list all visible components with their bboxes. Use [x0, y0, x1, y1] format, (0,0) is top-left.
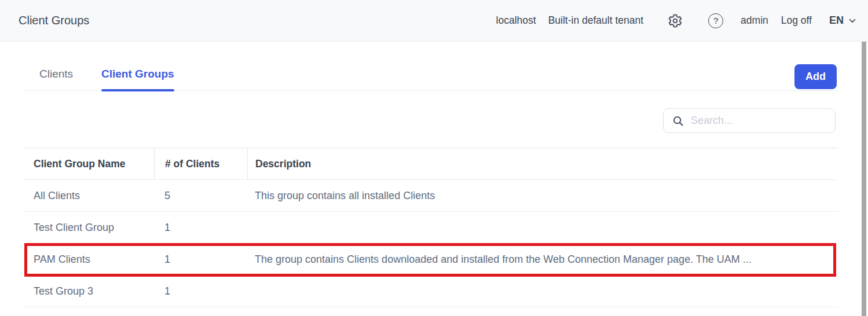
search-box[interactable]	[663, 108, 836, 133]
column-header-client-group-name: Client Group Name	[23, 148, 154, 179]
cell-client-count: 1	[154, 285, 247, 297]
add-button[interactable]: Add	[794, 64, 837, 89]
language-label: EN	[829, 14, 844, 27]
table-row-all-clients[interactable]: All Clients 5 This group contains all in…	[23, 180, 838, 212]
tab-bar: Clients Client Groups Add	[23, 64, 838, 91]
language-selector[interactable]: EN	[829, 14, 858, 27]
host-label: localhost	[496, 14, 536, 27]
user-menu[interactable]: admin	[741, 14, 768, 27]
client-groups-table: Client Group Name # of Clients Descripti…	[23, 148, 838, 307]
cell-client-count: 1	[154, 222, 247, 234]
tenant-label: Built-in default tenant	[548, 14, 643, 27]
page-title: Client Groups	[19, 14, 89, 27]
topbar: Client Groups localhost Built-in default…	[0, 0, 868, 42]
help-icon: ?	[708, 13, 723, 28]
cell-group-name: Test Group 3	[23, 285, 154, 297]
tab-client-groups-label: Client Groups	[101, 68, 174, 80]
cell-group-name: All Clients	[23, 190, 154, 202]
search-icon	[672, 115, 691, 127]
active-tab-underline	[101, 89, 174, 91]
chevron-down-icon	[844, 16, 858, 26]
cell-description: This group contains all installed Client…	[247, 190, 838, 202]
tab-clients-label: Clients	[39, 68, 73, 80]
logoff-link[interactable]: Log off	[781, 14, 812, 27]
gear-icon	[668, 13, 683, 28]
cell-client-count: 1	[154, 253, 247, 266]
scrollbar-thumb[interactable]	[862, 42, 866, 316]
cell-description: The group contains Clients downloaded an…	[247, 253, 838, 266]
table-row-test-group-3[interactable]: Test Group 3 1	[23, 275, 838, 307]
vertical-scrollbar	[859, 42, 868, 316]
help-button[interactable]: ?	[708, 13, 741, 28]
table-header-row: Client Group Name # of Clients Descripti…	[23, 148, 838, 180]
cell-group-name: Test Client Group	[23, 222, 154, 234]
cell-client-count: 5	[154, 190, 247, 202]
tab-clients[interactable]: Clients	[39, 64, 73, 90]
search-input[interactable]	[691, 115, 827, 127]
table-row-test-client-group[interactable]: Test Client Group 1	[23, 212, 838, 244]
column-header-num-clients: # of Clients	[154, 148, 247, 179]
table-row-pam-clients[interactable]: PAM Clients 1 The group contains Clients…	[23, 244, 838, 275]
settings-button[interactable]	[668, 13, 683, 28]
column-header-description: Description	[247, 148, 838, 179]
topbar-actions: localhost Built-in default tenant ? admi…	[496, 13, 858, 28]
tab-client-groups[interactable]: Client Groups	[101, 64, 174, 90]
cell-group-name: PAM Clients	[23, 253, 154, 266]
